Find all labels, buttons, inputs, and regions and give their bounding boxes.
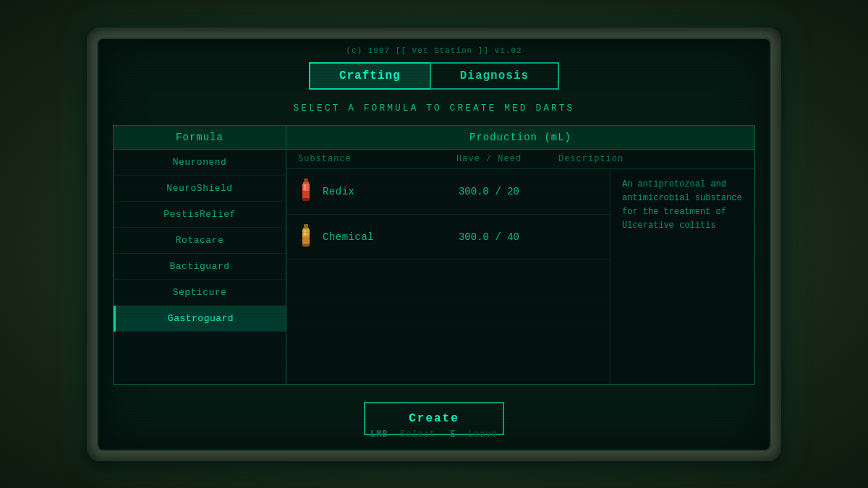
substance-have-need-redix: 300.0 / 20 (431, 186, 547, 197)
tab-diagnosis[interactable]: Diagnosis (430, 62, 559, 90)
formula-panel: Formula Neuronend NeuroShield PestisReli… (113, 125, 286, 385)
hint-e-key: E (450, 429, 456, 440)
svg-rect-11 (304, 230, 306, 236)
production-col-headers: Substance Have / Need Description (286, 150, 754, 169)
tab-crafting[interactable]: Crafting (309, 62, 430, 90)
svg-rect-5 (304, 184, 306, 190)
svg-rect-7 (303, 228, 309, 229)
svg-rect-1 (303, 182, 309, 184)
col-header-description: Description (547, 154, 754, 164)
substances-left: Redix 300.0 / 20 (286, 169, 610, 384)
production-panel: Production (mL) Substance Have / Need De… (286, 125, 755, 385)
hint-lmb-label: Select (400, 429, 435, 440)
vial-red-icon (298, 178, 314, 205)
substance-description: An antiprotozoal and antimicrobial subst… (610, 169, 754, 384)
formula-item-rotacare[interactable]: Rotacare (114, 228, 286, 254)
substance-name-redix: Redix (323, 186, 355, 197)
tab-bar: Crafting Diagnosis (309, 62, 559, 90)
production-panel-header: Production (mL) (286, 126, 754, 150)
formula-item-septicure[interactable]: Septicure (114, 280, 286, 306)
version-text: (c) 1987 [[ Vet Station ]] v1.02 (346, 46, 522, 55)
vial-orange-icon (298, 223, 314, 251)
substance-row-chemical: Chemical 300.0 / 40 (286, 215, 610, 260)
screen: (c) 1987 [[ Vet Station ]] v1.02 Craftin… (97, 38, 771, 451)
col-header-substance: Substance (286, 154, 431, 164)
formula-item-neuronend[interactable]: Neuronend (114, 150, 286, 176)
outer-frame: (c) 1987 [[ Vet Station ]] v1.02 Craftin… (0, 0, 868, 488)
svg-rect-0 (304, 179, 308, 182)
formula-item-bactiguard[interactable]: Bactiguard (114, 254, 286, 280)
formula-panel-header: Formula (114, 126, 286, 150)
svg-rect-4 (302, 198, 310, 201)
main-content: Formula Neuronend NeuroShield PestisReli… (113, 125, 755, 385)
formula-list[interactable]: Neuronend NeuroShield PestisRelief Rotac… (114, 150, 286, 384)
substance-row-redix: Redix 300.0 / 20 (286, 169, 610, 215)
hint-e-label: Leave (468, 429, 498, 440)
svg-rect-10 (302, 244, 310, 247)
substance-have-need-chemical: 300.0 / 40 (431, 231, 547, 243)
subtitle: SELECT A FORMULA TO CREATE MED DARTS (294, 103, 575, 114)
production-body: Substance Have / Need Description (286, 150, 754, 384)
col-header-have-need: Have / Need (431, 154, 547, 164)
formula-item-gastroguard[interactable]: Gastroguard (114, 306, 286, 332)
monitor-bezel: (c) 1987 [[ Vet Station ]] v1.02 Craftin… (87, 27, 781, 461)
formula-item-pestisrelief[interactable]: PestisRelief (114, 202, 286, 228)
substance-icon-chemical: Chemical (286, 223, 431, 251)
hint-lmb: LMB Select (370, 429, 435, 440)
substance-icon-redix: Redix (286, 178, 431, 205)
hint-lmb-key: LMB (370, 429, 388, 440)
screen-content: (c) 1987 [[ Vet Station ]] v1.02 Craftin… (98, 39, 770, 450)
substance-name-chemical: Chemical (323, 231, 374, 243)
formula-item-neuroshield[interactable]: NeuroShield (114, 176, 286, 202)
substance-description-wrapper: Redix 300.0 / 20 (286, 169, 754, 384)
svg-rect-6 (304, 224, 308, 228)
bottom-hints: LMB Select E Leave (370, 429, 498, 440)
hint-e: E Leave (450, 429, 498, 440)
